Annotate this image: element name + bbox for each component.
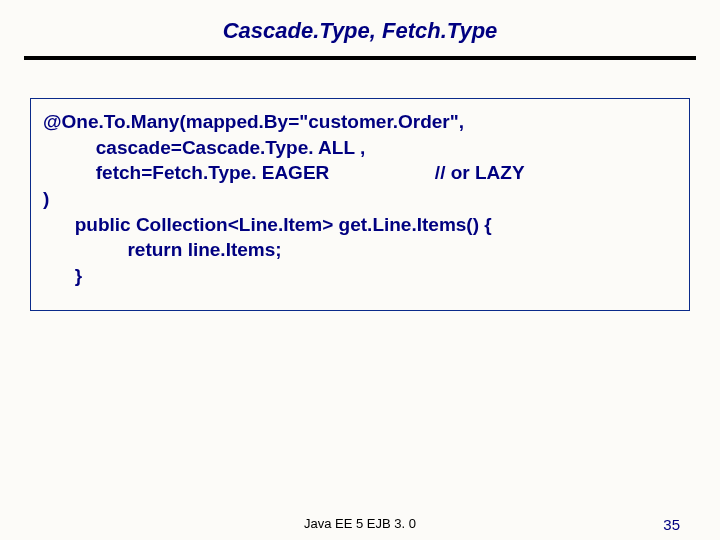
code-line-1: @One.To.Many(mapped.By="customer.Order", [43, 109, 677, 135]
page-number: 35 [663, 516, 680, 533]
code-line-3: fetch=Fetch.Type. EAGER // or LAZY [43, 160, 677, 186]
code-line-2: cascade=Cascade.Type. ALL , [43, 135, 677, 161]
slide-title: Cascade.Type, Fetch.Type [28, 18, 692, 44]
code-line-7: } [43, 263, 677, 289]
slide: Cascade.Type, Fetch.Type @One.To.Many(ma… [0, 0, 720, 540]
footer-center: Java EE 5 EJB 3. 0 [0, 516, 720, 531]
code-line-5: public Collection<Line.Item> get.Line.It… [43, 212, 677, 238]
code-block: @One.To.Many(mapped.By="customer.Order",… [43, 109, 677, 288]
code-line-6: return line.Items; [43, 237, 677, 263]
code-box: @One.To.Many(mapped.By="customer.Order",… [30, 98, 690, 311]
code-line-4: ) [43, 186, 677, 212]
title-underline [24, 56, 696, 60]
